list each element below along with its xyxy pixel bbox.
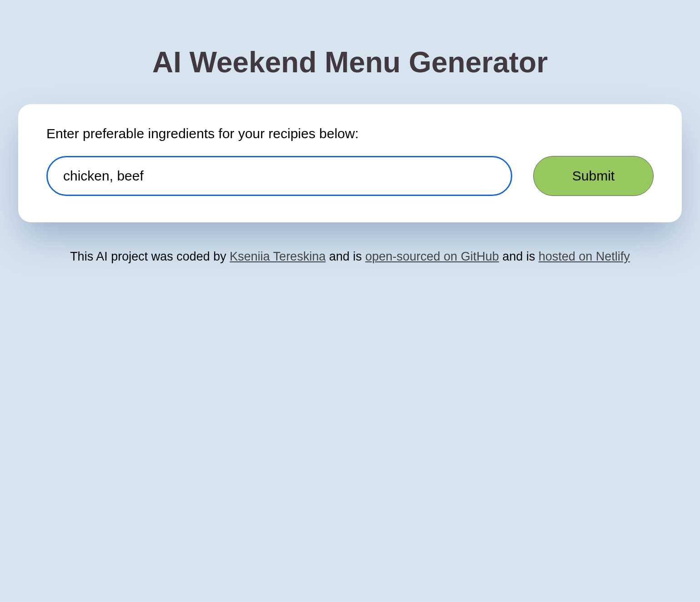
ingredients-input[interactable] [46, 156, 512, 196]
netlify-link[interactable]: hosted on Netlify [539, 250, 630, 263]
github-link[interactable]: open-sourced on GitHub [365, 250, 499, 263]
footer: This AI project was coded by Kseniia Ter… [18, 250, 682, 282]
page-title: AI Weekend Menu Generator [18, 0, 682, 104]
footer-mid1: and is [325, 250, 365, 263]
submit-button[interactable]: Submit [533, 156, 654, 196]
footer-mid2: and is [499, 250, 539, 263]
footer-prefix: This AI project was coded by [70, 250, 230, 263]
form-row: Submit [46, 156, 654, 196]
input-card: Enter preferable ingredients for your re… [18, 104, 682, 222]
author-link[interactable]: Kseniia Tereskina [230, 250, 325, 263]
ingredients-label: Enter preferable ingredients for your re… [46, 126, 654, 141]
